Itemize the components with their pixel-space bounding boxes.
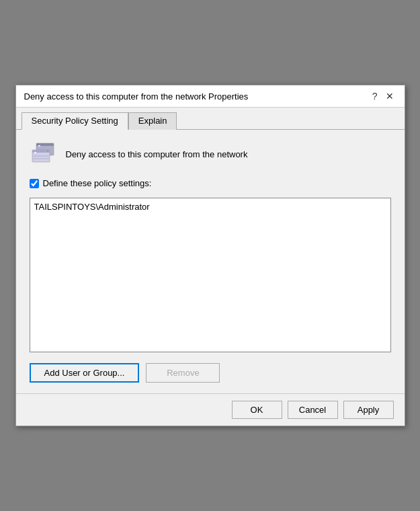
define-policy-label[interactable]: Define these policy settings: xyxy=(43,178,152,188)
title-bar: Deny access to this computer from the ne… xyxy=(16,85,405,108)
remove-button[interactable]: Remove xyxy=(146,363,220,383)
action-buttons: Add User or Group... Remove xyxy=(30,363,391,383)
tab-security-policy[interactable]: Security Policy Setting xyxy=(22,112,128,130)
cancel-button[interactable]: Cancel xyxy=(288,401,338,419)
apply-button[interactable]: Apply xyxy=(343,401,394,419)
dialog-body: Security Policy Setting Explain xyxy=(16,108,405,393)
title-bar-controls: ? ✕ xyxy=(372,91,396,102)
svg-rect-6 xyxy=(34,152,36,153)
help-button[interactable]: ? xyxy=(372,91,378,102)
svg-rect-8 xyxy=(32,155,50,157)
define-policy-checkbox[interactable] xyxy=(30,179,39,188)
tab-bar: Security Policy Setting Explain xyxy=(16,108,405,130)
server-icon xyxy=(30,141,56,167)
close-button[interactable]: ✕ xyxy=(383,91,396,101)
svg-rect-9 xyxy=(32,158,50,159)
policy-list-box[interactable]: TAILSPINTOYS\Administrator xyxy=(30,198,391,352)
svg-point-7 xyxy=(47,151,48,152)
footer-bar: OK Cancel Apply xyxy=(16,393,405,426)
svg-rect-2 xyxy=(38,145,40,147)
svg-point-3 xyxy=(51,144,52,145)
dialog-window: Deny access to this computer from the ne… xyxy=(15,85,405,426)
content-area: Deny access to this computer from the ne… xyxy=(16,130,405,393)
policy-header: Deny access to this computer from the ne… xyxy=(30,141,391,167)
define-policy-row: Define these policy settings: xyxy=(30,178,391,188)
policy-description: Deny access to this computer from the ne… xyxy=(66,149,248,159)
tab-explain[interactable]: Explain xyxy=(128,112,177,130)
dialog-title: Deny access to this computer from the ne… xyxy=(24,91,372,102)
list-item[interactable]: TAILSPINTOYS\Administrator xyxy=(33,201,388,212)
add-user-group-button[interactable]: Add User or Group... xyxy=(30,363,140,383)
ok-button[interactable]: OK xyxy=(232,401,282,419)
